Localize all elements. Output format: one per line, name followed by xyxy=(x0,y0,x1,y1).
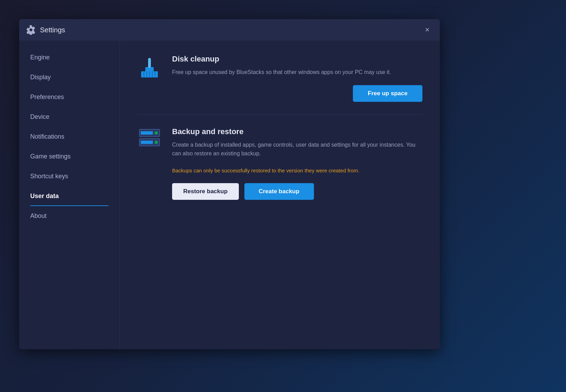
svg-rect-1 xyxy=(145,67,154,72)
section-divider xyxy=(137,114,422,115)
backup-button-row: Restore backup Create backup xyxy=(172,183,422,200)
settings-window: Settings × Engine Display Preferences De… xyxy=(19,19,440,349)
disk-cleanup-description: Free up space unused by BlueStacks so th… xyxy=(172,68,422,77)
backup-warning: Backups can only be successfully restore… xyxy=(172,166,422,175)
close-button[interactable]: × xyxy=(422,24,433,35)
disk-cleanup-icon xyxy=(138,56,161,80)
settings-icon xyxy=(26,25,36,35)
sidebar-item-display[interactable]: Display xyxy=(19,67,120,87)
backup-restore-section: Backup and restore Create a backup of in… xyxy=(137,127,422,200)
backup-icon-container xyxy=(137,127,162,147)
free-up-space-button[interactable]: Free up space xyxy=(353,85,422,102)
svg-point-10 xyxy=(154,131,158,134)
sidebar-item-preferences[interactable]: Preferences xyxy=(19,87,120,107)
title-bar: Settings × xyxy=(19,19,440,41)
backup-restore-title: Backup and restore xyxy=(172,127,422,136)
disk-cleanup-icon-container xyxy=(137,55,162,80)
sidebar-item-notifications[interactable]: Notifications xyxy=(19,127,120,147)
svg-rect-12 xyxy=(141,140,153,144)
svg-rect-9 xyxy=(141,131,153,134)
create-backup-button[interactable]: Create backup xyxy=(244,183,314,200)
sidebar-item-shortcut-keys[interactable]: Shortcut keys xyxy=(19,166,120,186)
disk-cleanup-section: Disk cleanup Free up space unused by Blu… xyxy=(137,55,422,102)
svg-point-13 xyxy=(154,140,158,144)
svg-rect-7 xyxy=(148,58,151,68)
restore-backup-button[interactable]: Restore backup xyxy=(172,183,239,200)
main-content: Disk cleanup Free up space unused by Blu… xyxy=(120,41,440,349)
sidebar: Engine Display Preferences Device Notifi… xyxy=(19,41,120,349)
backup-restore-description: Create a backup of installed apps, game … xyxy=(172,140,422,158)
backup-restore-body: Backup and restore Create a backup of in… xyxy=(172,127,422,200)
sidebar-item-about[interactable]: About xyxy=(19,206,120,226)
disk-cleanup-body: Disk cleanup Free up space unused by Blu… xyxy=(172,55,422,102)
sidebar-item-user-data[interactable]: User data xyxy=(19,186,120,206)
sidebar-item-device[interactable]: Device xyxy=(19,107,120,127)
sidebar-item-game-settings[interactable]: Game settings xyxy=(19,147,120,166)
disk-cleanup-title: Disk cleanup xyxy=(172,55,422,64)
sidebar-item-engine[interactable]: Engine xyxy=(19,48,120,67)
backup-restore-icon xyxy=(138,129,161,147)
window-title: Settings xyxy=(40,26,422,34)
window-body: Engine Display Preferences Device Notifi… xyxy=(19,41,440,349)
